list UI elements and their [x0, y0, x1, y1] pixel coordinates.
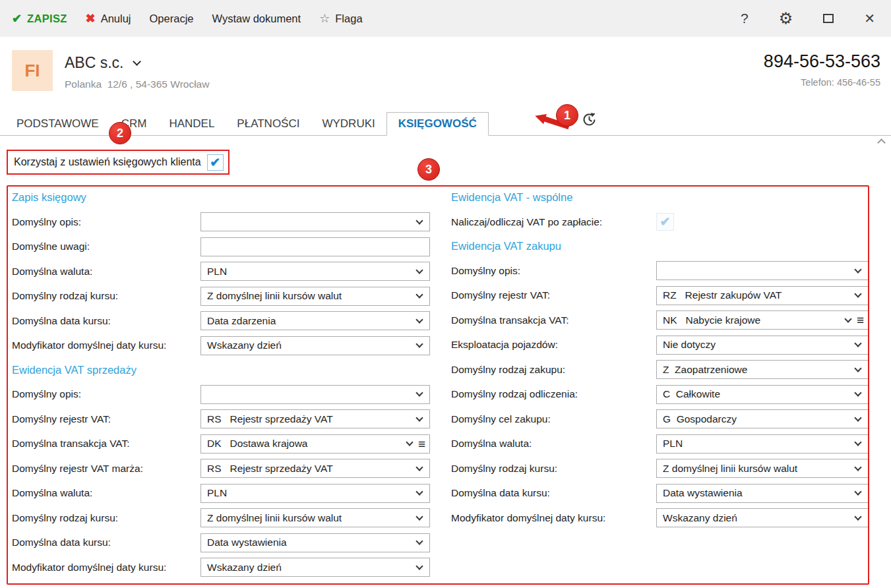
section-title: Ewidencja VAT sprzedaży [12, 364, 441, 376]
header-right: 894-56-53-563 Telefon: 456-46-55 [764, 51, 880, 88]
dropdown[interactable]: DK Dostawa krajowa≡ [200, 434, 430, 454]
field-label: Domyślny rodzaj kursu: [12, 512, 200, 524]
star-icon: ☆ [319, 13, 330, 24]
field-value: Z domyślnej linii kursów walut [657, 463, 851, 475]
dropdown[interactable]: RZ Rejestr zakupów VAT [656, 286, 869, 305]
field-value: PLN [201, 487, 413, 499]
dropdown[interactable]: PLN [200, 484, 430, 503]
form-row: Modyfikator domyślnej daty kursu:Wskazan… [12, 336, 441, 355]
save-button-label: ZAPISZ [27, 13, 67, 25]
field-label: Modyfikator domyślnej daty kursu: [12, 339, 200, 351]
section-title: Ewidencja VAT zakupu [451, 240, 869, 252]
chevron-down-icon [415, 463, 423, 471]
dropdown[interactable]: RS Rejestr sprzedaży VAT [200, 409, 430, 428]
form-right-column: Ewidencja VAT - wspólneNaliczaj/odliczaj… [451, 187, 869, 533]
field-label: Domyślny cel zakupu: [451, 413, 656, 425]
field-label: Domyślny rodzaj odliczenia: [451, 388, 656, 400]
dropdown[interactable]: C Całkowite [656, 385, 869, 404]
dropdown[interactable]: Wskazany dzień [200, 336, 430, 355]
dropdown[interactable]: Z domyślnej linii kursów walut [656, 459, 869, 478]
chevron-down-icon [854, 513, 861, 520]
dropdown[interactable]: Nie dotyczy [656, 336, 869, 355]
dropdown[interactable]: PLN [656, 434, 869, 454]
form-left-column: Zapis księgowyDomyślny opis:Domyślne uwa… [12, 187, 441, 583]
dropdown[interactable] [200, 385, 430, 404]
field-value: Data wystawienia [201, 537, 413, 548]
chevron-down-icon [415, 316, 423, 323]
cancel-button-label: Anuluj [101, 13, 131, 25]
use-client-settings-checkbox[interactable]: ✔ [207, 154, 224, 171]
text-input[interactable] [200, 237, 430, 256]
save-button[interactable]: ✔ ZAPISZ [12, 13, 67, 25]
field-value: Z Zaopatrzeniowe [657, 364, 851, 376]
close-icon[interactable]: ✕ [864, 11, 875, 26]
dropdown[interactable]: Wskazany dzień [200, 558, 430, 577]
field-label: Domyślny opis: [12, 216, 200, 228]
chevron-down-icon [854, 365, 861, 372]
company-selector[interactable]: ABC s.c. [65, 54, 209, 72]
accounting-settings-form: Zapis księgowyDomyślny opis:Domyślne uwa… [7, 185, 869, 585]
field-label: Domyślny rejestr VAT marża: [12, 463, 200, 475]
chevron-down-icon [415, 537, 423, 544]
field-value: RS Rejestr sprzedaży VAT [201, 413, 413, 425]
issue-document-label: Wystaw dokument [212, 13, 301, 25]
form-row: Domyślne uwagi: [12, 237, 441, 256]
section-title: Ewidencja VAT - wspólne [451, 191, 869, 204]
gear-icon[interactable]: ⚙ [779, 11, 793, 26]
vat-after-payment-checkbox[interactable]: ✔ [656, 213, 674, 231]
tab-platnosci[interactable]: PŁATNOŚCI [226, 113, 311, 135]
company-block: ABC s.c. Polanka 12/6 , 54-365 Wrocław [65, 54, 209, 90]
dropdown[interactable]: Wskazany dzień [656, 508, 869, 527]
field-label: Domyślna data kursu: [451, 487, 656, 499]
history-icon[interactable] [580, 111, 598, 131]
tab-handel[interactable]: HANDEL [158, 113, 226, 135]
field-value: PLN [201, 266, 413, 278]
dropdown[interactable] [656, 261, 869, 280]
field-label: Domyślny rejestr VAT: [451, 289, 656, 301]
field-value: Data zdarzenia [201, 315, 413, 327]
help-icon[interactable]: ? [741, 11, 749, 26]
dropdown[interactable]: PLN [200, 262, 430, 281]
dropdown[interactable]: NK Nabycie krajowe≡ [656, 310, 869, 330]
field-label: Domyślna data kursu: [12, 537, 200, 548]
section-title: Zapis księgowy [12, 191, 441, 204]
dropdown[interactable]: Data wystawienia [656, 484, 869, 503]
menu-icon[interactable]: ≡ [857, 314, 864, 326]
flag-button[interactable]: ☆ Flaga [319, 13, 362, 25]
dropdown[interactable]: Data wystawienia [200, 533, 430, 552]
chevron-down-icon [415, 562, 423, 570]
dropdown[interactable]: G Gospodarczy [656, 409, 869, 428]
chevron-up-icon[interactable] [877, 138, 886, 147]
field-label: Domyślny rodzaj zakupu: [451, 364, 656, 376]
menu-icon[interactable]: ≡ [418, 438, 425, 450]
app-window: ✔ ZAPISZ ✖ Anuluj Operacje Wystaw dokume… [0, 0, 891, 588]
dropdown[interactable] [200, 212, 430, 231]
cancel-button[interactable]: ✖ Anuluj [86, 13, 131, 25]
tab-wydruki[interactable]: WYDRUKI [311, 113, 386, 135]
maximize-icon[interactable] [823, 14, 834, 23]
chevron-down-icon [854, 438, 861, 446]
field-value: PLN [657, 438, 851, 450]
dropdown[interactable]: Z Zaopatrzeniowe [656, 360, 869, 379]
field-label: Modyfikator domyślnej daty kursu: [12, 562, 200, 573]
dropdown[interactable]: Data zdarzenia [200, 311, 430, 330]
form-row: Domyślna waluta:PLN [12, 484, 441, 503]
dropdown[interactable]: RS Rejestr sprzedaży VAT [200, 459, 430, 478]
dropdown[interactable]: Z domyślnej linii kursów walut [200, 508, 430, 527]
chevron-down-icon [406, 438, 413, 446]
field-label: Domyślne uwagi: [12, 241, 200, 252]
tab-podstawowe[interactable]: PODSTAWOWE [5, 113, 110, 135]
issue-document-button[interactable]: Wystaw dokument [212, 13, 301, 25]
field-value: DK Dostawa krajowa [201, 438, 403, 450]
dropdown[interactable]: Z domyślnej linii kursów walut [200, 287, 430, 306]
operations-menu-button[interactable]: Operacje [150, 13, 194, 25]
operations-label: Operacje [150, 13, 194, 25]
chevron-down-icon [854, 488, 861, 495]
form-row: Modyfikator domyślnej daty kursu:Wskazan… [451, 508, 869, 527]
form-row: Domyślna transakcja VAT:NK Nabycie krajo… [451, 310, 869, 330]
form-row: Domyślna waluta:PLN [12, 262, 441, 281]
form-row: Domyślny cel zakupu:G Gospodarczy [451, 409, 869, 428]
tab-ksiegowosc[interactable]: KSIĘGOWOŚĆ [386, 112, 489, 136]
field-value: RZ Rejestr zakupów VAT [657, 289, 851, 301]
form-row: Domyślny rodzaj kursu:Z domyślnej linii … [451, 459, 869, 478]
